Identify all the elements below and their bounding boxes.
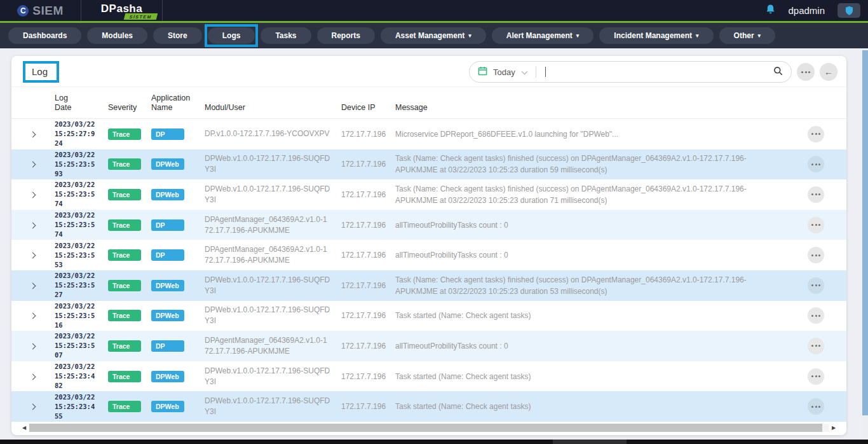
dpasha-logo[interactable]: DPasha SİSTEM [81, 0, 163, 21]
text-caret [545, 67, 546, 77]
search-icon[interactable] [773, 66, 783, 78]
severity-badge: Trace [108, 401, 141, 412]
nav-item-label: Logs [222, 31, 241, 40]
nav-item[interactable]: Store [153, 27, 202, 44]
table-row[interactable]: 2023/03/22 15:25:23:4 55 Trace DPWeb DPW… [11, 391, 846, 422]
horizontal-scrollbar-thumb[interactable] [29, 424, 822, 432]
device-ip-cell: 172.17.7.196 [341, 130, 395, 139]
column-message[interactable]: Message [395, 103, 796, 113]
table-row[interactable]: 2023/03/22 15:25:27:9 24 Trace DP DP.v1.… [11, 119, 846, 149]
message-cell: Task started (Name: Check agent tasks) [395, 401, 796, 412]
application-badge: DP [151, 219, 184, 231]
search-filter-bar[interactable]: Today [469, 61, 792, 83]
row-actions-button[interactable] [808, 156, 824, 172]
log-date-cell: 2023/03/22 15:25:27:9 24 [44, 120, 108, 148]
nav-item[interactable]: Incident Management ▾ [599, 27, 713, 44]
row-actions-button[interactable] [808, 247, 824, 263]
ellipsis-icon [811, 315, 820, 317]
severity-badge: Trace [108, 280, 141, 291]
ellipsis-icon [811, 133, 820, 135]
log-date-cell: 2023/03/22 15:25:23:4 82 [44, 362, 108, 391]
row-actions-button[interactable] [808, 277, 824, 294]
expand-chevron-right-icon[interactable] [30, 192, 36, 198]
row-actions-button[interactable] [808, 307, 824, 324]
expand-chevron-right-icon[interactable] [30, 253, 36, 259]
vertical-scrollbar-thumb[interactable] [862, 50, 868, 415]
bell-icon[interactable] [766, 4, 775, 17]
siem-logo[interactable]: C SIEM [0, 0, 81, 21]
scrollbar-track[interactable] [822, 424, 829, 432]
column-device-ip[interactable]: Device IP [341, 103, 395, 113]
nav-item[interactable]: Reports [317, 27, 375, 44]
nav-item[interactable]: Other ▾ [719, 27, 776, 44]
vertical-scrollbar[interactable] [862, 49, 868, 437]
application-badge: DPWeb [151, 371, 184, 382]
column-severity[interactable]: Severity [108, 103, 151, 113]
table-row[interactable]: 2023/03/22 15:25:23:5 16 Trace DPWeb DPW… [11, 301, 846, 331]
log-search-input[interactable] [552, 67, 768, 77]
ellipsis-icon [801, 71, 810, 73]
device-ip-cell: 172.17.7.196 [341, 281, 395, 290]
row-actions-button[interactable] [808, 338, 824, 354]
nav-item-label: Store [168, 31, 187, 40]
column-modul-user[interactable]: Modul/User [205, 103, 341, 113]
nav-item[interactable]: Asset Management ▾ [381, 27, 486, 44]
application-badge: DPWeb [151, 158, 184, 170]
table-row[interactable]: 2023/03/22 15:25:23:5 93 Trace DPWeb DPW… [11, 149, 846, 180]
expand-chevron-right-icon[interactable] [30, 373, 36, 380]
modul-user-cell: DPWeb.v1.0.0-172.17.7.196-SUQFDY3I [205, 366, 341, 387]
nav-item-label: Asset Management [395, 31, 465, 40]
nav-item-label: Other [734, 31, 754, 40]
expand-chevron-right-icon[interactable] [30, 131, 36, 137]
message-cell: Task started (Name: Check agent tasks) [395, 371, 796, 382]
expand-chevron-right-icon[interactable] [30, 343, 36, 350]
nav-item[interactable]: Alert Management ▾ [492, 27, 594, 44]
row-actions-button[interactable] [808, 368, 824, 385]
expand-chevron-right-icon[interactable] [30, 282, 36, 289]
window-bottom-edge [0, 440, 868, 444]
nav-item[interactable]: Dashboards [8, 27, 81, 44]
app-window: C SIEM DPasha SİSTEM dpadmin Dashboards … [0, 0, 868, 444]
date-range-label[interactable]: Today [493, 67, 515, 77]
column-application-name[interactable]: Application Name [151, 94, 205, 113]
table-row[interactable]: 2023/03/22 15:25:23:5 27 Trace DPWeb DPW… [11, 270, 846, 301]
siem-logo-text: SIEM [32, 4, 63, 18]
severity-badge: Trace [108, 189, 141, 200]
log-date-cell: 2023/03/22 15:25:23:5 16 [44, 302, 108, 330]
chevron-down-icon: ▾ [696, 32, 699, 39]
severity-badge: Trace [108, 371, 141, 382]
profile-shield-button[interactable] [837, 3, 860, 18]
nav-item[interactable]: Logs [208, 27, 255, 44]
row-actions-button[interactable] [808, 186, 824, 203]
nav-item[interactable]: Tasks [261, 27, 311, 44]
severity-badge: Trace [108, 249, 141, 261]
expand-chevron-right-icon[interactable] [30, 313, 36, 319]
application-badge: DPWeb [151, 189, 184, 200]
log-table-body: 2023/03/22 15:25:27:9 24 Trace DP DP.v1.… [11, 119, 846, 422]
table-row[interactable]: 2023/03/22 15:25:23:5 07 Trace DP DPAgen… [11, 331, 846, 361]
horizontal-scrollbar[interactable]: ◀ ▶ [19, 423, 839, 433]
table-row[interactable]: 2023/03/22 15:25:23:4 82 Trace DPWeb DPW… [11, 361, 846, 392]
expand-chevron-right-icon[interactable] [30, 404, 36, 410]
more-options-button[interactable] [797, 63, 815, 81]
column-log-date[interactable]: Log Date [44, 94, 108, 113]
expand-chevron-right-icon[interactable] [30, 222, 36, 228]
row-actions-button[interactable] [808, 126, 824, 142]
table-row[interactable]: 2023/03/22 15:25:23:5 53 Trace DP DPAgen… [11, 240, 846, 270]
nav-item[interactable]: Modules [87, 27, 147, 44]
device-ip-cell: 172.17.7.196 [341, 190, 395, 199]
chevron-down-icon[interactable] [521, 66, 528, 78]
calendar-icon[interactable] [478, 66, 487, 78]
table-row[interactable]: 2023/03/22 15:25:23:5 74 Trace DP DPAgen… [11, 210, 846, 240]
device-ip-cell: 172.17.7.196 [341, 402, 395, 411]
row-actions-button[interactable] [808, 217, 824, 233]
log-date-cell: 2023/03/22 15:25:23:5 93 [44, 150, 108, 179]
row-actions-button[interactable] [808, 398, 824, 415]
scroll-left-arrow-icon[interactable]: ◀ [19, 425, 29, 431]
username-label[interactable]: dpadmin [788, 5, 825, 16]
modul-user-cell: DPAgentManager_064369A2.v1.0-172.17.7.19… [205, 244, 341, 266]
table-row[interactable]: 2023/03/22 15:25:23:5 74 Trace DPWeb DPW… [11, 179, 846, 210]
expand-chevron-right-icon[interactable] [30, 162, 36, 168]
scroll-right-arrow-icon[interactable]: ▶ [829, 425, 839, 431]
back-button[interactable]: ← [820, 63, 837, 81]
